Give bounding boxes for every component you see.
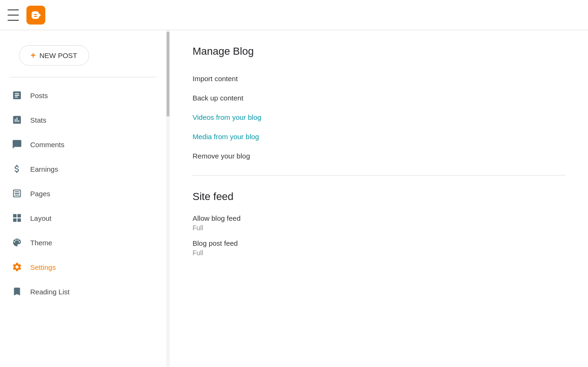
layout-icon: [11, 212, 23, 224]
posts-label: Posts: [30, 92, 48, 100]
manage-blog-title: Manage Blog: [193, 45, 565, 58]
pages-label: Pages: [30, 190, 50, 198]
sidebar-nav: Posts Stats: [0, 81, 166, 306]
pages-icon: [11, 188, 23, 199]
sidebar-item-posts[interactable]: Posts: [0, 83, 160, 108]
reading-list-label: Reading List: [30, 288, 69, 296]
sidebar-item-pages[interactable]: Pages: [0, 181, 160, 206]
earnings-icon: [11, 163, 23, 175]
sidebar-item-reading-list[interactable]: Reading List: [0, 279, 160, 304]
sidebar-divider: [9, 77, 157, 77]
reading-list-icon: [11, 286, 23, 297]
sidebar-scrollbar-thumb[interactable]: [167, 32, 169, 117]
theme-icon: [11, 237, 23, 248]
import-content-item[interactable]: Import content: [193, 69, 565, 88]
sidebar-item-settings[interactable]: Settings: [0, 255, 160, 279]
sidebar-item-stats[interactable]: Stats: [0, 108, 160, 132]
blog-post-feed-label: Blog post feed: [193, 239, 565, 247]
blogger-logo: [26, 6, 45, 25]
sidebar-item-earnings[interactable]: Earnings: [0, 157, 160, 181]
sidebar-item-comments[interactable]: Comments: [0, 132, 160, 157]
layout-label: Layout: [30, 214, 51, 222]
stats-label: Stats: [30, 116, 46, 124]
sidebar-scrollbar[interactable]: [166, 30, 170, 367]
new-post-button[interactable]: + NEW POST: [19, 45, 89, 66]
blogger-logo-icon: [30, 9, 42, 21]
theme-label: Theme: [30, 239, 52, 247]
main-layout: + NEW POST Posts: [0, 30, 588, 367]
topbar: [0, 0, 588, 30]
site-feed-title: Site feed: [193, 191, 565, 203]
blog-post-feed-field: Blog post feed Full: [193, 239, 565, 257]
site-feed-section: Site feed Allow blog feed Full Blog post…: [193, 191, 565, 257]
new-post-label: NEW POST: [40, 51, 77, 59]
settings-icon: [11, 261, 23, 273]
sidebar: + NEW POST Posts: [0, 30, 166, 367]
plus-icon: +: [31, 50, 36, 60]
sidebar-item-theme[interactable]: Theme: [0, 230, 160, 255]
comments-icon: [11, 139, 23, 150]
blog-post-feed-value: Full: [193, 249, 565, 257]
back-up-content-item[interactable]: Back up content: [193, 88, 565, 108]
allow-blog-feed-value: Full: [193, 224, 565, 232]
allow-blog-feed-label: Allow blog feed: [193, 214, 565, 222]
content-area: Manage Blog Import content Back up conte…: [170, 30, 588, 367]
allow-blog-feed-field: Allow blog feed Full: [193, 214, 565, 232]
sidebar-wrapper: + NEW POST Posts: [0, 30, 170, 367]
settings-label: Settings: [30, 263, 56, 271]
earnings-label: Earnings: [30, 165, 58, 173]
hamburger-menu-button[interactable]: [8, 9, 19, 21]
posts-icon: [11, 90, 23, 101]
sidebar-item-layout[interactable]: Layout: [0, 206, 160, 230]
manage-blog-section: Manage Blog Import content Back up conte…: [193, 45, 565, 166]
section-divider: [193, 175, 565, 175]
stats-icon: [11, 114, 23, 125]
comments-label: Comments: [30, 141, 65, 149]
media-from-blog-item[interactable]: Media from your blog: [193, 127, 565, 146]
videos-from-blog-item[interactable]: Videos from your blog: [193, 108, 565, 127]
remove-blog-item[interactable]: Remove your blog: [193, 146, 565, 166]
